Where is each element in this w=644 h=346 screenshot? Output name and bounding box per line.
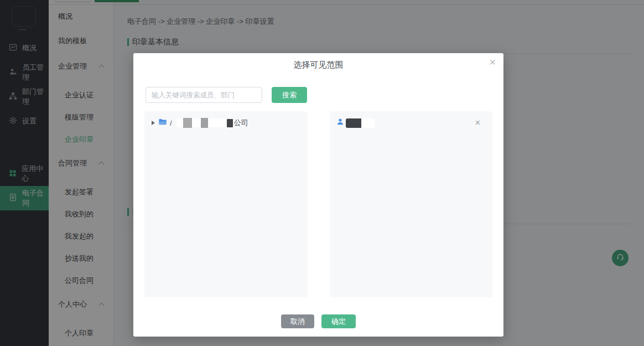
search-button[interactable]: 搜索 [272,87,307,103]
redacted-text [176,118,183,127]
remove-member-icon[interactable]: × [475,118,480,127]
redacted-text [183,118,192,128]
redacted-text [208,118,227,127]
app-window: 概况 员工管理 部门管理 [0,0,644,346]
redacted-text [192,118,201,127]
selected-member-item: × [330,111,492,128]
org-tree-root-node[interactable]: / 公司 [144,111,308,128]
company-suffix: 公司 [234,118,248,128]
visibility-scope-modal: 选择可见范围 × 搜索 / 公司 [133,53,503,337]
redacted-text [361,118,375,128]
selected-members-panel: × [330,111,492,297]
tree-path-prefix: / [170,119,172,127]
close-icon[interactable]: × [489,56,496,68]
confirm-button[interactable]: 确定 [321,314,356,328]
modal-footer: 取消 确定 [133,314,503,328]
folder-icon [158,118,167,128]
redacted-text [227,119,233,127]
redacted-text [201,118,208,128]
cancel-button[interactable]: 取消 [281,314,314,328]
person-icon [336,118,344,128]
org-tree-panel: / 公司 [144,111,308,297]
redacted-text [346,118,361,128]
modal-title: 选择可见范围 [133,60,503,70]
caret-right-icon[interactable] [152,121,155,125]
search-input[interactable] [146,87,262,103]
